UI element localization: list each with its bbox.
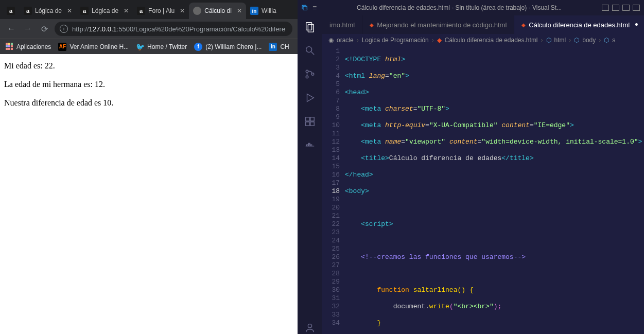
- gutter: 1234567891011121314151617181920212223242…: [322, 46, 345, 334]
- vscode-logo-icon: ⧉: [302, 3, 307, 12]
- svg-rect-11: [310, 122, 314, 126]
- tag-icon: ⬡: [546, 37, 551, 44]
- activity-bar: [298, 15, 322, 334]
- back-icon[interactable]: ←: [5, 23, 18, 35]
- chrome-tab[interactable]: a: [2, 3, 20, 19]
- close-icon[interactable]: ✕: [180, 7, 185, 14]
- tab-label: Lógica de: [92, 7, 118, 14]
- bookmark-label: Ver Anime Online H...: [69, 43, 129, 50]
- editor-tabs: imo.html ◆Mejorando el mantenimiento de …: [322, 15, 644, 34]
- svg-point-12: [308, 324, 311, 328]
- menu-icon[interactable]: ≡: [312, 4, 317, 12]
- panel-toggle-icon[interactable]: [622, 5, 630, 11]
- facebook-icon: f: [194, 43, 202, 51]
- extensions-icon[interactable]: [304, 115, 316, 128]
- bookmark-label: (2) William Chero |...: [205, 43, 262, 50]
- panel-toggle-icon[interactable]: [633, 5, 640, 11]
- tab-label: imo.html: [329, 21, 355, 29]
- code-editor[interactable]: 1234567891011121314151617181920212223242…: [322, 46, 644, 334]
- apps-icon: [5, 43, 13, 51]
- bookmark-item[interactable]: AFVer Anime Online H...: [58, 43, 129, 51]
- svg-rect-0: [306, 23, 312, 30]
- chrome-tabstrip: a aLógica de✕ aLógica de✕ aForo | Alu✕ C…: [0, 0, 298, 19]
- breadcrumb-item[interactable]: Logica de Programación: [362, 37, 429, 44]
- twitter-icon: 🐦: [136, 43, 144, 51]
- bookmark-label: CH: [280, 43, 289, 50]
- bookmark-item[interactable]: 🐦Home / Twitter: [136, 43, 187, 51]
- close-icon[interactable]: ✕: [67, 7, 72, 14]
- forward-icon[interactable]: →: [22, 23, 34, 35]
- svg-rect-9: [310, 117, 314, 121]
- layout-controls: [602, 5, 640, 11]
- bookmark-item[interactable]: f(2) William Chero |...: [194, 43, 262, 51]
- source-control-icon[interactable]: [304, 68, 316, 80]
- svg-rect-10: [306, 122, 309, 126]
- svg-rect-8: [306, 117, 309, 121]
- linkedin-icon: in: [269, 43, 277, 51]
- svg-point-2: [306, 47, 312, 52]
- tag-icon: ⬡: [574, 37, 579, 44]
- page-text: Nuestra diferencia de edad es 10.: [4, 98, 293, 108]
- editor-tab[interactable]: ◆Mejorando el mantenimiento de código.ht…: [362, 15, 514, 34]
- apps-button[interactable]: Aplicaciones: [5, 43, 51, 51]
- chrome-tab[interactable]: aLógica de✕: [20, 3, 76, 19]
- site-info-icon[interactable]: i: [60, 25, 68, 33]
- close-icon[interactable]: ✕: [237, 7, 242, 14]
- editor-tab[interactable]: imo.html: [322, 15, 362, 34]
- tab-label: Cálculo diferencia de edades.html: [529, 21, 630, 29]
- docker-icon[interactable]: [304, 139, 316, 151]
- page-content: Mi edad es: 22. La edad de mi hermana es…: [0, 54, 298, 334]
- html-file-icon: ◆: [370, 22, 374, 28]
- svg-point-4: [306, 70, 308, 73]
- editor-tab-active[interactable]: ◆Cálculo diferencia de edades.html•: [514, 15, 644, 34]
- vscode-window: ⧉ ≡ Cálculo diferencia de edades.html - …: [298, 0, 644, 334]
- search-icon[interactable]: [304, 44, 316, 57]
- chrome-toolbar: ← → ⟳ i http://127.0.0.1:5500/Logica%20d…: [0, 19, 298, 39]
- chrome-tab[interactable]: aForo | Alu✕: [133, 3, 189, 19]
- page-text: Mi edad es: 22.: [4, 61, 293, 71]
- explorer-icon[interactable]: [304, 21, 316, 33]
- tab-label: Mejorando el mantenimiento de código.htm…: [377, 21, 507, 29]
- html-file-icon: ◆: [437, 37, 442, 44]
- breadcrumb-item[interactable]: body: [582, 37, 596, 44]
- run-debug-icon[interactable]: [304, 92, 316, 104]
- af-icon: AF: [58, 43, 66, 51]
- code-lines[interactable]: <!DOCTYPE html> <html lang="en"> <head> …: [345, 46, 644, 334]
- page-text: La edad de mi hermana es: 12.: [4, 80, 293, 89]
- tab-label: Cálculo di: [204, 7, 232, 14]
- chrome-tab-active[interactable]: Cálculo di✕: [189, 3, 246, 19]
- tab-label: Lógica de: [35, 7, 62, 14]
- bookmark-item[interactable]: inCH: [269, 43, 289, 51]
- vscode-titlebar: ⧉ ≡ Cálculo diferencia de edades.html - …: [298, 0, 644, 15]
- svg-point-6: [311, 73, 314, 76]
- svg-line-3: [311, 52, 315, 55]
- panel-toggle-icon[interactable]: [612, 5, 619, 11]
- editor-area: imo.html ◆Mejorando el mantenimiento de …: [322, 15, 644, 334]
- url-bar[interactable]: i http://127.0.0.1:5500/Logica%20de%20Pr…: [55, 22, 292, 36]
- accounts-icon[interactable]: [304, 322, 316, 334]
- svg-rect-1: [308, 24, 314, 32]
- tab-label: Willia: [262, 7, 276, 14]
- bookmark-label: Aplicaciones: [16, 43, 51, 50]
- breadcrumb-item[interactable]: s: [612, 37, 615, 44]
- html-file-icon: ◆: [521, 22, 526, 28]
- reload-icon[interactable]: ⟳: [38, 23, 50, 35]
- tab-label: Foro | Alu: [148, 7, 175, 14]
- chrome-tab[interactable]: aLógica de✕: [76, 3, 133, 19]
- close-icon[interactable]: ✕: [124, 7, 129, 14]
- svg-point-5: [306, 76, 308, 78]
- folder-icon: ◉: [328, 37, 334, 44]
- panel-toggle-icon[interactable]: [602, 5, 609, 11]
- chrome-tab[interactable]: inWillia: [246, 3, 281, 19]
- window-title: Cálculo diferencia de edades.html - Sin …: [322, 4, 597, 11]
- breadcrumb-item[interactable]: oracle: [337, 37, 354, 44]
- bookmark-label: Home / Twitter: [147, 43, 187, 50]
- bookmarks-bar: Aplicaciones AFVer Anime Online H... 🐦Ho…: [0, 39, 298, 54]
- breadcrumb-item[interactable]: html: [554, 37, 566, 44]
- tag-icon: ⬡: [604, 37, 609, 44]
- chrome-window: a aLógica de✕ aLógica de✕ aForo | Alu✕ C…: [0, 0, 298, 334]
- breadcrumb-item[interactable]: Cálculo diferencia de edades.html: [445, 37, 538, 44]
- breadcrumb[interactable]: ◉oracle ›Logica de Programación ›◆Cálcul…: [322, 34, 644, 46]
- vscode-body: imo.html ◆Mejorando el mantenimiento de …: [298, 15, 644, 334]
- url-text: http://127.0.0.1:5500/Logica%20de%20Prog…: [72, 25, 285, 33]
